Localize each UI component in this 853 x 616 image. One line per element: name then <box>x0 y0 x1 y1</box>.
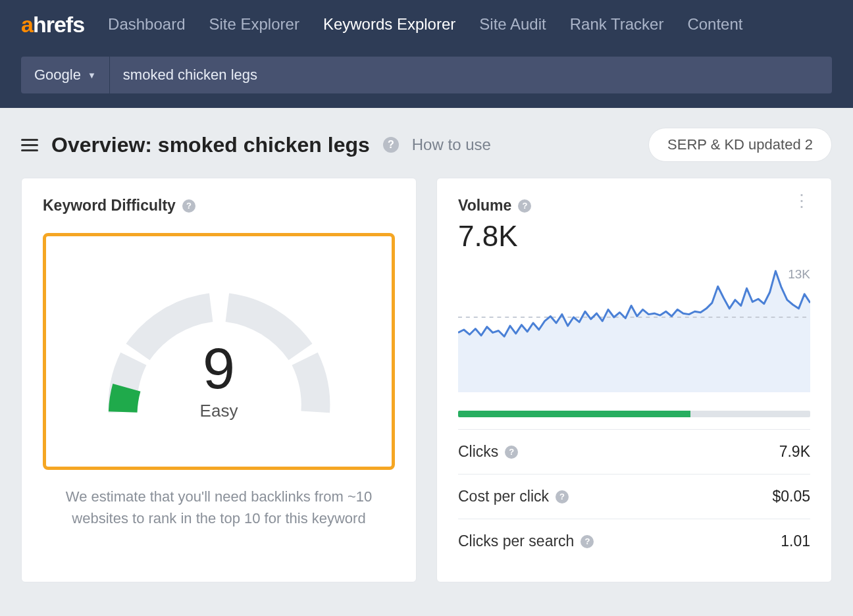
search-engine-label: Google <box>34 66 81 84</box>
how-to-use-link[interactable]: How to use <box>412 136 491 154</box>
volume-ratio-bar <box>458 411 810 417</box>
top-nav: ahrefs DashboardSite ExplorerKeywords Ex… <box>0 0 853 49</box>
page-title: Overview: smoked chicken legs <box>51 133 370 157</box>
metric-row: Clicks?7.9K <box>458 429 810 474</box>
kd-note: We estimate that you'll need backlinks f… <box>43 486 395 529</box>
nav-links: DashboardSite ExplorerKeywords ExplorerS… <box>108 15 742 34</box>
volume-card: Volume ? ⋮ 7.8K 13K Clicks?7.9KCost per … <box>436 178 832 582</box>
kd-score: 9 <box>94 335 344 402</box>
kd-card-title: Keyword Difficulty ? <box>43 197 395 215</box>
volume-card-title: Volume ? <box>458 197 531 215</box>
volume-trend-chart: 13K <box>458 267 810 405</box>
metric-value: $0.05 <box>772 488 810 505</box>
page-header: Overview: smoked chicken legs ? How to u… <box>0 108 853 178</box>
volume-value: 7.8K <box>458 220 810 253</box>
volume-bar-green <box>458 411 690 417</box>
cards-row: Keyword Difficulty ? 9 Easy We estimate … <box>0 178 853 582</box>
metric-label: Clicks? <box>458 443 518 461</box>
nav-item-content[interactable]: Content <box>687 15 742 34</box>
volume-metrics: Clicks?7.9KCost per click?$0.05Clicks pe… <box>458 429 810 563</box>
nav-item-site-audit[interactable]: Site Audit <box>479 15 546 34</box>
help-icon[interactable]: ? <box>182 199 195 213</box>
keyword-difficulty-card: Keyword Difficulty ? 9 Easy We estimate … <box>21 178 417 582</box>
volume-bar-grey <box>690 411 810 417</box>
logo-a: a <box>21 12 33 38</box>
metric-label: Cost per click? <box>458 488 569 505</box>
metric-label: Clicks per search? <box>458 532 594 550</box>
metric-row: Clicks per search?1.01 <box>458 519 810 563</box>
help-icon[interactable]: ? <box>556 490 569 503</box>
serp-update-pill[interactable]: SERP & KD updated 2 <box>648 128 832 162</box>
search-engine-select[interactable]: Google ▼ <box>21 57 109 93</box>
logo-rest: hrefs <box>33 12 84 38</box>
nav-item-keywords-explorer[interactable]: Keywords Explorer <box>323 15 455 34</box>
metric-value: 1.01 <box>781 532 810 550</box>
metric-value: 7.9K <box>779 443 810 461</box>
kebab-menu-icon[interactable]: ⋮ <box>793 197 810 205</box>
metric-row: Cost per click?$0.05 <box>458 474 810 519</box>
search-row: Google ▼ <box>0 49 853 108</box>
nav-item-rank-tracker[interactable]: Rank Tracker <box>570 15 664 34</box>
keyword-search-input[interactable] <box>110 57 832 93</box>
kd-label: Easy <box>94 401 344 421</box>
kd-gauge: 9 Easy <box>43 233 395 470</box>
brand-logo[interactable]: ahrefs <box>21 12 84 38</box>
nav-item-site-explorer[interactable]: Site Explorer <box>209 15 299 34</box>
help-icon[interactable]: ? <box>383 137 399 153</box>
volume-chart-max: 13K <box>788 267 810 282</box>
help-icon[interactable]: ? <box>581 535 594 548</box>
nav-item-dashboard[interactable]: Dashboard <box>108 15 185 34</box>
hamburger-menu-icon[interactable] <box>21 139 38 151</box>
help-icon[interactable]: ? <box>518 199 531 213</box>
chevron-down-icon: ▼ <box>88 70 96 80</box>
help-icon[interactable]: ? <box>505 446 518 459</box>
